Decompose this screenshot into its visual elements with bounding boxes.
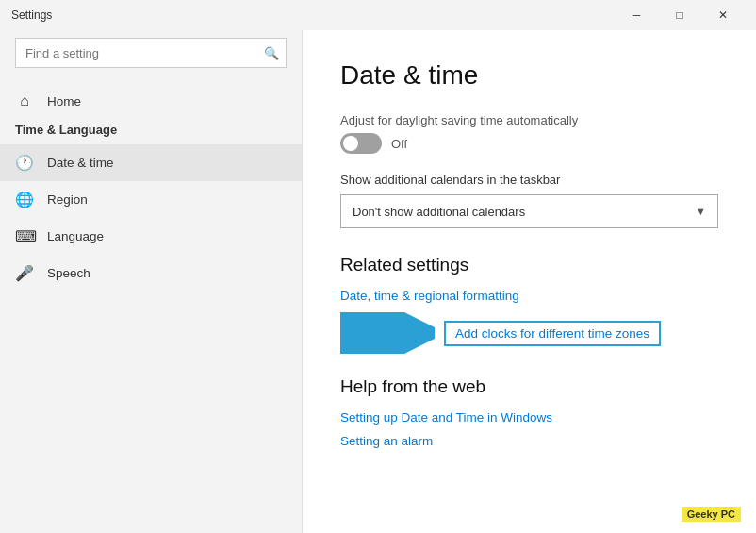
close-button[interactable]: ✕: [701, 0, 745, 30]
toggle-state-label: Off: [391, 137, 407, 151]
speech-icon: 🎤: [15, 264, 34, 282]
help-section: Help from the web Setting up Date and Ti…: [340, 376, 718, 448]
main-content: Date & time Adjust for daylight saving t…: [302, 30, 756, 533]
related-settings-heading: Related settings: [340, 255, 718, 275]
sidebar-item-home[interactable]: ⌂ Home: [0, 83, 302, 119]
add-clocks-row: Add clocks for different time zones: [340, 312, 718, 354]
dst-label: Adjust for daylight saving time automati…: [340, 113, 718, 127]
date-time-icon: 🕐: [15, 154, 34, 172]
dropdown-value: Don't show additional calendars: [353, 205, 525, 219]
sidebar-item-label: Region: [47, 192, 88, 207]
language-icon: ⌨: [15, 227, 34, 245]
dst-toggle-row: Off: [340, 133, 718, 154]
calendar-dropdown-wrapper: Show additional calendars in the taskbar…: [340, 173, 718, 228]
sidebar-item-label: Speech: [47, 266, 90, 280]
search-icon: 🔍: [264, 46, 279, 60]
sidebar-item-label: Date & time: [47, 156, 114, 170]
title-bar: Settings ─ □ ✕: [0, 0, 756, 30]
app-body: 🔍 ⌂ Home Time & Language 🕐 Date & time 🌐…: [0, 30, 756, 533]
dropdown-label: Show additional calendars in the taskbar: [340, 173, 718, 187]
maximize-button[interactable]: □: [658, 0, 701, 30]
sidebar: 🔍 ⌂ Home Time & Language 🕐 Date & time 🌐…: [0, 30, 302, 533]
minimize-button[interactable]: ─: [615, 0, 658, 30]
sidebar-item-date-time[interactable]: 🕐 Date & time: [0, 144, 302, 181]
chevron-down-icon: ▼: [696, 206, 706, 217]
page-title: Date & time: [340, 60, 718, 91]
toggle-knob: [343, 136, 358, 151]
search-input[interactable]: [15, 38, 287, 68]
sidebar-section-title: Time & Language: [0, 119, 302, 144]
sidebar-item-language[interactable]: ⌨ Language: [0, 218, 302, 255]
sidebar-item-speech[interactable]: 🎤 Speech: [0, 255, 302, 291]
home-label: Home: [47, 94, 81, 108]
app-title: Settings: [11, 8, 52, 22]
dst-toggle[interactable]: [340, 133, 382, 154]
regional-formatting-link[interactable]: Date, time & regional formatting: [340, 289, 718, 303]
region-icon: 🌐: [15, 191, 34, 208]
help-heading: Help from the web: [340, 376, 718, 397]
calendar-dropdown[interactable]: Don't show additional calendars ▼: [340, 194, 718, 228]
sidebar-item-label: Language: [47, 229, 104, 243]
right-arrow-icon: [340, 312, 435, 354]
arrow-annotation: [340, 312, 435, 354]
sidebar-item-region[interactable]: 🌐 Region: [0, 181, 302, 218]
setup-datetime-link[interactable]: Setting up Date and Time in Windows: [340, 410, 718, 425]
search-container: 🔍: [15, 38, 287, 68]
home-icon: ⌂: [15, 92, 34, 109]
window-controls: ─ □ ✕: [615, 0, 745, 30]
watermark: Geeky PC: [682, 507, 741, 522]
alarm-link[interactable]: Setting an alarm: [340, 434, 718, 448]
add-clocks-link[interactable]: Add clocks for different time zones: [444, 321, 661, 346]
